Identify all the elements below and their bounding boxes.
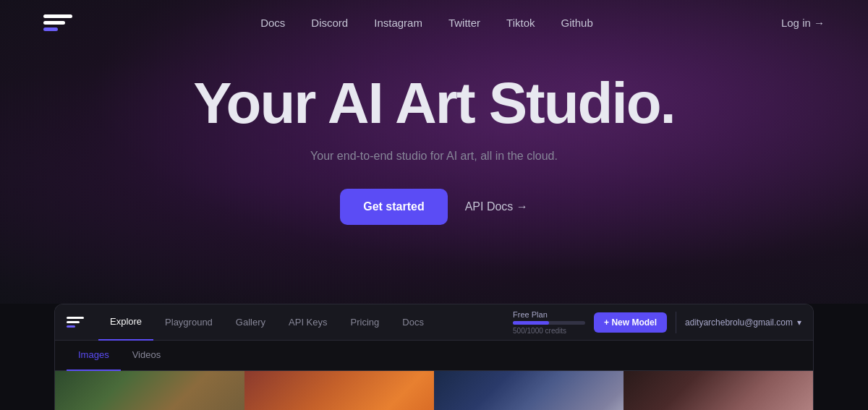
hero-subtitle: Your end-to-end studio for AI art, all i… <box>310 150 558 163</box>
app-logo-bar-3 <box>67 325 75 328</box>
login-link[interactable]: Log in → <box>781 17 825 29</box>
app-logo-bar-1 <box>67 317 84 319</box>
logo[interactable] <box>43 14 72 31</box>
app-nav-explore[interactable]: Explore <box>98 304 153 341</box>
progress-bar-bg <box>513 321 585 325</box>
free-plan-info: Free Plan 500/1000 credits <box>513 310 585 335</box>
image-cell-1 <box>55 371 244 410</box>
tab-images[interactable]: Images <box>67 341 121 371</box>
logo-bar-3 <box>43 27 58 31</box>
hero-title: Your AI Art Studio. <box>193 74 675 132</box>
tab-videos[interactable]: Videos <box>121 341 173 371</box>
user-info[interactable]: adityarchebrolu@gmail.com ▾ <box>685 317 801 328</box>
nav-instagram[interactable]: Instagram <box>374 17 422 29</box>
logo-bar-1 <box>43 14 72 18</box>
image-grid <box>55 371 813 410</box>
divider <box>676 312 676 333</box>
image-cell-3 <box>434 371 624 410</box>
progress-bar-fill <box>513 321 549 325</box>
nav-discord[interactable]: Discord <box>311 17 348 29</box>
hero-buttons: Get started API Docs → <box>340 189 528 225</box>
app-preview: Explore Playground Gallery API Keys Pric… <box>54 304 814 410</box>
chevron-down-icon: ▾ <box>797 317 801 328</box>
logo-bar-2 <box>43 21 65 25</box>
nav-twitter[interactable]: Twitter <box>448 17 480 29</box>
new-model-button[interactable]: + New Model <box>594 312 667 333</box>
app-nav-apikeys[interactable]: API Keys <box>277 304 339 341</box>
app-tabs: Images Videos <box>55 341 813 371</box>
app-nav-pricing[interactable]: Pricing <box>339 304 391 341</box>
app-nav-gallery[interactable]: Gallery <box>224 304 277 341</box>
app-logo-bar-2 <box>67 321 80 323</box>
image-cell-4 <box>624 371 813 410</box>
app-nav-playground[interactable]: Playground <box>153 304 224 341</box>
nav-docs[interactable]: Docs <box>260 17 285 29</box>
nav-tiktok[interactable]: Tiktok <box>506 17 535 29</box>
main-navbar: Docs Discord Instagram Twitter Tiktok Gi… <box>0 0 868 46</box>
app-logo <box>67 317 84 328</box>
hero-content: Your AI Art Studio. Your end-to-end stud… <box>193 74 675 225</box>
free-plan-label: Free Plan <box>513 310 585 319</box>
get-started-button[interactable]: Get started <box>340 189 447 225</box>
hero-section: Docs Discord Instagram Twitter Tiktok Gi… <box>0 0 868 304</box>
app-nav-links: Explore Playground Gallery API Keys Pric… <box>98 304 513 341</box>
credits-label: 500/1000 credits <box>513 327 585 335</box>
api-docs-button[interactable]: API Docs → <box>465 200 528 213</box>
user-email: adityarchebrolu@gmail.com <box>685 317 793 328</box>
app-nav-docs[interactable]: Docs <box>391 304 435 341</box>
nav-github[interactable]: Github <box>561 17 593 29</box>
nav-links: Docs Discord Instagram Twitter Tiktok Gi… <box>260 17 593 29</box>
app-navbar: Explore Playground Gallery API Keys Pric… <box>55 304 813 341</box>
image-cell-2 <box>244 371 434 410</box>
app-nav-right: Free Plan 500/1000 credits + New Model a… <box>513 310 801 335</box>
